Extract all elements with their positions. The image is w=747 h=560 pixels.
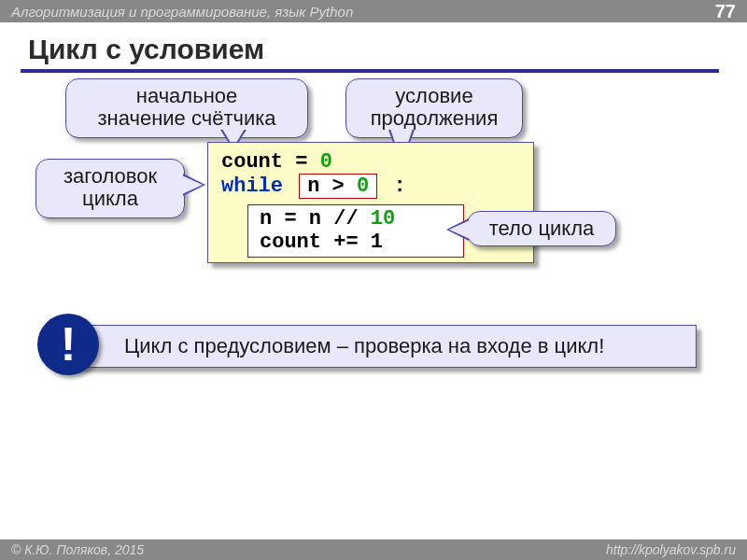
code-line-1: count = 0: [221, 150, 520, 174]
footer: © К.Ю. Поляков, 2015 http://kpolyakov.sp…: [0, 539, 747, 560]
page-title: Цикл с условием: [0, 22, 747, 65]
code-text: n = n //: [260, 207, 371, 231]
code-text: n >: [307, 175, 357, 198]
code-body-line-2: count += 1: [260, 231, 452, 254]
callout-body: тело цикла: [467, 211, 616, 246]
code-body-line-1: n = n // 10: [260, 207, 452, 231]
code-num: 10: [371, 207, 395, 231]
footer-author: © К.Ю. Поляков, 2015: [11, 542, 144, 557]
note-text: Цикл с предусловием – проверка на входе …: [124, 334, 604, 358]
code-text: count =: [221, 150, 320, 174]
code-num: 0: [357, 175, 369, 198]
footer-url: http://kpolyakov.spb.ru: [606, 542, 736, 557]
diagram-stage: начальное значение счётчика условие прод…: [0, 73, 747, 521]
code-body-box: n = n // 10 count += 1: [247, 204, 464, 258]
callout-condition-text: условие продолжения: [371, 84, 499, 130]
callout-condition: условие продолжения: [345, 78, 523, 138]
exclamation-text: !: [61, 317, 77, 371]
code-text: :: [381, 175, 405, 198]
topbar: Алгоритмизация и программирование, язык …: [0, 0, 747, 22]
note-bar: Цикл с предусловием – проверка на входе …: [71, 325, 697, 368]
callout-body-text: тело цикла: [489, 217, 595, 240]
callout-body-arrow-fill: [449, 220, 470, 239]
callout-initial-text: начальное значение счётчика: [97, 84, 275, 130]
callout-header-arrow-fill: [182, 175, 203, 194]
callout-header-text: заголовок цикла: [63, 164, 157, 210]
course-name: Алгоритмизация и программирование, язык …: [11, 4, 353, 20]
page-number: 77: [715, 1, 736, 22]
exclamation-badge: !: [37, 314, 99, 375]
code-num: 0: [320, 150, 332, 174]
code-keyword-while: while: [221, 175, 283, 198]
callout-initial: начальное значение счётчика: [65, 78, 308, 138]
code-line-2: while n > 0 :: [221, 174, 520, 199]
code-condition-box: n > 0: [299, 174, 377, 199]
callout-header: заголовок цикла: [35, 159, 185, 218]
